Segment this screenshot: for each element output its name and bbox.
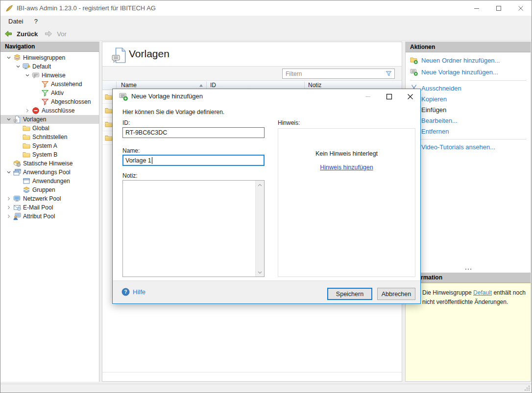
- action-edit[interactable]: Bearbeiten...: [406, 115, 531, 126]
- sort-ascending-icon: [199, 84, 203, 87]
- id-label: ID:: [122, 119, 130, 126]
- menu-datei[interactable]: Datei: [4, 16, 27, 27]
- chevron-right-icon[interactable]: [4, 212, 13, 220]
- chevron-down-icon[interactable]: [4, 116, 13, 123]
- exclusion-icon: [32, 107, 40, 115]
- chevron-down-icon[interactable]: [4, 54, 13, 62]
- toolbar: Zurück Vor: [0, 27, 532, 41]
- scroll-down-icon[interactable]: [256, 268, 264, 277]
- nav-item-label: Default: [32, 63, 51, 70]
- nav-item-attribut-pool[interactable]: Attribut Pool: [0, 212, 99, 221]
- nav-item-ausstehend[interactable]: Ausstehend: [0, 80, 99, 89]
- status-bar: [0, 384, 532, 393]
- dialog-minimize-button[interactable]: [361, 91, 375, 102]
- nav-item-vorlagen[interactable]: Vorlagen: [0, 115, 99, 124]
- nav-item-label: Ausstehend: [51, 81, 82, 88]
- action-copy[interactable]: Kopieren: [406, 93, 531, 104]
- nav-item-hinweisgruppen[interactable]: Hinweisgruppen: [0, 53, 99, 62]
- nav-item-abgeschlossen[interactable]: Abgeschlossen: [0, 97, 99, 106]
- dialog-description: Hier können Sie die Vorlage definieren.: [122, 109, 224, 116]
- funnel-red-icon: [41, 98, 49, 106]
- dialog-maximize-button[interactable]: [382, 91, 396, 102]
- folder-icon: [23, 151, 30, 159]
- nav-item-anwendungs-pool[interactable]: Anwendungs Pool: [0, 168, 99, 177]
- action-new-template[interactable]: Neue Vorlage hinzufügen...: [406, 66, 531, 78]
- nav-item-anwendungen[interactable]: Anwendungen: [0, 177, 99, 185]
- text-caret: [152, 157, 152, 164]
- folder-icon: [23, 133, 30, 141]
- page-title: Vorlagen: [129, 48, 169, 60]
- separator: [410, 80, 526, 81]
- dialog-title-bar: Neue Vorlage hinzufügen: [113, 89, 420, 104]
- nav-item-schnittstellen[interactable]: Schnittstellen: [0, 133, 99, 141]
- cancel-button[interactable]: Abbrechen: [377, 288, 415, 300]
- scrollbar[interactable]: [255, 181, 264, 277]
- name-field[interactable]: Vorlage 1: [122, 155, 265, 166]
- nav-item-aktiv[interactable]: Aktiv: [0, 89, 99, 97]
- default-group-link[interactable]: Default: [473, 289, 492, 296]
- save-button[interactable]: Speichern: [327, 288, 372, 300]
- nav-item-hinweise[interactable]: Hinweise: [0, 71, 99, 80]
- nav-item-label: Abgeschlossen: [51, 98, 91, 105]
- action-remove[interactable]: Entfernen: [406, 126, 531, 137]
- app-icon: [5, 4, 14, 12]
- action-cut[interactable]: Ausschneiden: [406, 83, 531, 93]
- notice-groups-icon: [13, 54, 21, 62]
- close-button[interactable]: [509, 0, 532, 16]
- action-video-tutorials[interactable]: Video-Tutorials ansehen...: [406, 141, 531, 152]
- dialog-close-button[interactable]: [403, 91, 417, 102]
- window-title: IBI-aws Admin 1.23.0 - registriert für I…: [17, 0, 156, 16]
- maximize-button[interactable]: [487, 0, 509, 16]
- nav-item-gruppen[interactable]: Gruppen: [0, 185, 99, 194]
- svg-text:?: ?: [124, 289, 127, 295]
- nav-item-label: Aktiv: [51, 90, 64, 96]
- nav-item-label: System A: [32, 142, 57, 149]
- action-paste: Einfügen: [406, 104, 531, 115]
- nav-item-ausschluesse[interactable]: Ausschlüsse: [0, 106, 99, 115]
- filter-input[interactable]: [282, 69, 395, 79]
- chevron-down-icon[interactable]: [4, 168, 13, 176]
- template-add-icon: [410, 68, 418, 76]
- templates-page-icon: [111, 47, 128, 64]
- chevron-right-icon[interactable]: [23, 107, 32, 115]
- hint-empty-text: Kein Hinweis hinterlegt: [315, 150, 378, 157]
- minimize-button[interactable]: [465, 0, 487, 16]
- funnel-green-icon: [41, 89, 49, 97]
- chevron-down-icon[interactable]: [23, 71, 32, 79]
- notes-icon: [32, 71, 40, 79]
- action-new-folder[interactable]: Neuen Ordner hinzufügen...: [406, 54, 531, 66]
- note-field[interactable]: [122, 180, 265, 277]
- folder-add-icon: [410, 56, 418, 64]
- nav-item-email-pool[interactable]: E-Mail Pool: [0, 203, 99, 212]
- splitter-grip[interactable]: [406, 267, 531, 271]
- hint-panel: Kein Hinweis hinterlegt Hinweis hinzufüg…: [278, 128, 415, 277]
- nav-item-default[interactable]: Default: [0, 62, 99, 71]
- nav-item-system-a[interactable]: System A: [0, 141, 99, 150]
- back-button[interactable]: Zurück: [4, 30, 38, 38]
- layers-icon: [23, 186, 30, 194]
- add-hint-link[interactable]: Hinweis hinzufügen: [320, 164, 373, 171]
- forward-button[interactable]: Vor: [45, 30, 67, 38]
- actions-header: Aktionen: [406, 42, 531, 52]
- resize-grip-icon[interactable]: [524, 385, 530, 391]
- id-field[interactable]: [122, 127, 265, 138]
- nav-item-label: Ausschlüsse: [42, 107, 74, 114]
- chevron-down-icon[interactable]: [14, 63, 23, 70]
- nav-item-netzwerk-pool[interactable]: Netzwerk Pool: [0, 194, 99, 203]
- chevron-right-icon[interactable]: [4, 204, 13, 211]
- scroll-up-icon[interactable]: [256, 181, 264, 189]
- filter-funnel-icon[interactable]: [385, 70, 392, 77]
- nav-item-global[interactable]: Global: [0, 124, 99, 133]
- folder-icon: [23, 124, 30, 132]
- folder-icon: [105, 134, 113, 142]
- box-gear-icon: [13, 160, 21, 167]
- folder-icon: [105, 107, 113, 115]
- menu-help[interactable]: ?: [30, 16, 42, 27]
- help-link[interactable]: Hilfe: [133, 281, 145, 303]
- information-header: Information: [406, 273, 531, 283]
- chevron-right-icon[interactable]: [4, 195, 13, 203]
- nav-item-statische-hinweise[interactable]: Statische Hinweise: [0, 159, 99, 168]
- nav-item-system-b[interactable]: System B: [0, 150, 99, 159]
- window-icon: [23, 177, 30, 185]
- template-add-icon: [119, 92, 128, 101]
